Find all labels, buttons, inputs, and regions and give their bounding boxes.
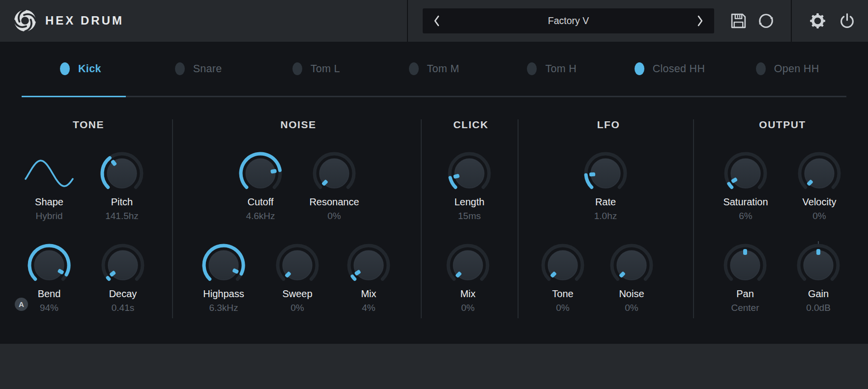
knob-lfo-noise[interactable]: [607, 241, 656, 290]
control-name: Noise: [590, 288, 673, 300]
control-label-noise-mix: Mix4%: [327, 288, 410, 313]
control-name: Pitch: [80, 196, 164, 208]
knob-velocity[interactable]: [795, 149, 844, 198]
section-title-click: CLICK: [453, 119, 489, 131]
settings-gear-icon[interactable]: [809, 12, 827, 30]
tab-label: Tom H: [545, 63, 577, 75]
tab-led-tom-h: [527, 62, 537, 75]
app-title: HEX DRUM: [45, 14, 124, 28]
control-name: Saturation: [704, 196, 787, 208]
control-label-saturation: Saturation6%: [704, 196, 787, 222]
control-label-length: Length15ms: [428, 196, 511, 222]
power-icon[interactable]: [838, 12, 856, 30]
control-name: Shape: [7, 196, 91, 208]
section-title-tone: TONE: [73, 119, 104, 131]
knob-bend[interactable]: [25, 241, 74, 290]
control-value: 6.3kHz: [182, 303, 265, 313]
section-title-noise: NOISE: [281, 119, 317, 131]
automation-badge[interactable]: A: [15, 298, 28, 311]
control-label-click-mix: Mix0%: [426, 288, 510, 313]
section-divider-4: [693, 119, 694, 318]
tab-tom-l[interactable]: Tom L: [257, 42, 375, 96]
control-label-velocity: Velocity0%: [778, 196, 861, 222]
shape-selector[interactable]: [25, 157, 74, 190]
knob-sweep[interactable]: [273, 241, 322, 290]
tab-open-hh[interactable]: Open HH: [728, 42, 846, 96]
tab-label: Kick: [78, 63, 101, 75]
knob-decay[interactable]: [98, 241, 147, 290]
tab-label: Tom M: [427, 63, 460, 75]
control-value: 6%: [704, 211, 787, 222]
control-label-lfo-noise: Noise0%: [590, 288, 673, 313]
tab-label: Tom L: [311, 63, 340, 75]
knob-cutoff[interactable]: [236, 149, 285, 198]
control-label-cutoff: Cutoff4.6kHz: [219, 196, 302, 222]
control-label-rate: Rate1.0hz: [564, 196, 647, 222]
knob-pitch[interactable]: [97, 149, 146, 198]
voice-tab-bar: KickSnareTom LTom MTom HClosed HHOpen HH: [22, 42, 846, 96]
knob-length[interactable]: [445, 149, 494, 198]
tab-label: Open HH: [774, 63, 819, 75]
tab-closed-hh[interactable]: Closed HH: [611, 42, 729, 96]
tab-led-kick: [60, 62, 70, 75]
control-value: 0%: [292, 211, 376, 222]
tab-label: Snare: [193, 63, 222, 75]
control-name: Highpass: [182, 288, 265, 300]
tab-kick[interactable]: Kick: [22, 42, 140, 96]
knob-pan[interactable]: [721, 241, 770, 290]
preset-next-button[interactable]: [696, 14, 704, 28]
control-name: Length: [428, 196, 511, 208]
control-value: 0%: [426, 303, 510, 313]
knob-resonance[interactable]: [310, 149, 359, 198]
section-title-output: OUTPUT: [759, 119, 806, 131]
control-value: 0%: [778, 211, 861, 222]
control-name: Rate: [564, 196, 647, 208]
tab-led-tom-m: [409, 62, 419, 75]
control-value: Hybrid: [7, 211, 91, 222]
control-value: 0.0dB: [777, 303, 860, 313]
control-value: 0.41s: [81, 303, 165, 313]
top-bar: HEX DRUM Factory V: [0, 0, 868, 42]
control-value: 4.6kHz: [219, 211, 302, 222]
preset-name[interactable]: Factory V: [441, 15, 696, 27]
control-label-gain: Gain0.0dB: [777, 288, 860, 313]
control-name: Gain: [777, 288, 860, 300]
preset-browser[interactable]: Factory V: [423, 8, 714, 33]
tab-led-tom-l: [292, 62, 302, 75]
control-value: 141.5hz: [80, 211, 164, 222]
tab-led-snare: [175, 62, 185, 75]
control-name: Cutoff: [219, 196, 302, 208]
tab-tom-h[interactable]: Tom H: [493, 42, 611, 96]
knob-click-mix[interactable]: [443, 241, 492, 290]
section-divider-2: [421, 119, 422, 318]
tab-led-closed-hh: [635, 62, 644, 75]
tab-underline: [22, 96, 846, 97]
control-label-shape: ShapeHybrid: [7, 196, 91, 222]
control-name: Pan: [703, 288, 787, 300]
app-logo-icon: [13, 8, 37, 35]
control-value: 1.0hz: [564, 211, 647, 222]
tab-label: Closed HH: [653, 63, 705, 75]
knob-gain[interactable]: [794, 241, 843, 290]
tab-led-open-hh: [756, 62, 766, 75]
reload-icon[interactable]: [755, 10, 777, 31]
preset-prev-button[interactable]: [433, 14, 441, 28]
tab-underline-active: [22, 96, 126, 97]
knob-highpass[interactable]: [199, 241, 248, 290]
topbar-divider: [407, 0, 408, 42]
knob-rate[interactable]: [581, 149, 630, 198]
control-name: Velocity: [778, 196, 861, 208]
knob-lfo-tone[interactable]: [538, 241, 587, 290]
tab-snare[interactable]: Snare: [140, 42, 258, 96]
control-value: Center: [703, 303, 787, 313]
section-title-lfo: LFO: [597, 119, 620, 131]
control-name: Decay: [81, 288, 165, 300]
save-icon[interactable]: [729, 12, 748, 30]
control-label-resonance: Resonance0%: [292, 196, 376, 222]
control-name: Mix: [327, 288, 410, 300]
control-label-decay: Decay0.41s: [81, 288, 165, 313]
knob-saturation[interactable]: [721, 149, 770, 198]
knob-noise-mix[interactable]: [344, 241, 393, 290]
control-label-highpass: Highpass6.3kHz: [182, 288, 265, 313]
tab-tom-m[interactable]: Tom M: [375, 42, 493, 96]
